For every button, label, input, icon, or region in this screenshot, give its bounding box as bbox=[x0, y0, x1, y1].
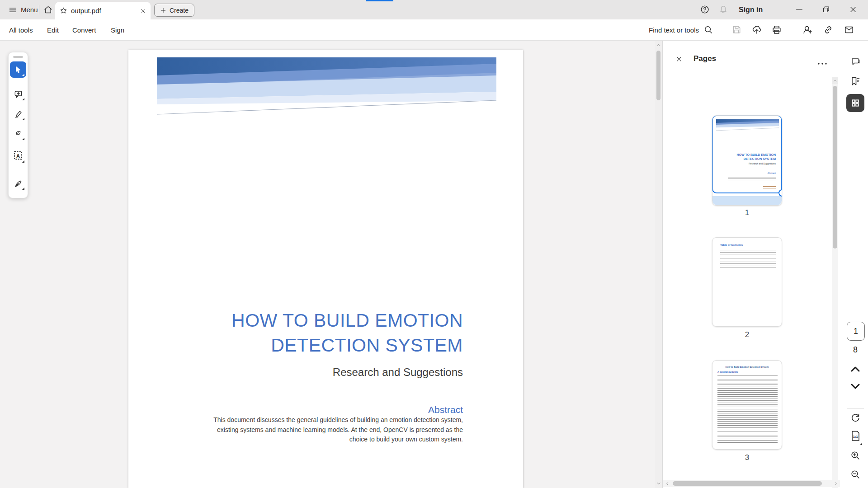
edit-menu[interactable]: Edit bbox=[47, 19, 59, 40]
find-text-button[interactable]: Find text or tools bbox=[649, 19, 713, 40]
chevron-right-icon bbox=[833, 481, 838, 486]
panel-h-scrollbar-thumb[interactable] bbox=[673, 481, 822, 486]
divider bbox=[39, 5, 39, 14]
search-icon bbox=[703, 25, 713, 35]
add-comment-tool-button[interactable] bbox=[10, 86, 26, 102]
panel-scroll-up[interactable] bbox=[832, 77, 838, 84]
print-icon bbox=[771, 24, 782, 35]
home-icon bbox=[43, 5, 53, 14]
window-restore-button[interactable] bbox=[821, 5, 831, 14]
bell-icon bbox=[718, 5, 728, 14]
scrollbar-thumb[interactable] bbox=[656, 51, 660, 100]
current-page-value: 1 bbox=[854, 327, 858, 336]
save-button[interactable] bbox=[731, 24, 742, 35]
thumbnail-2-label: 2 bbox=[712, 330, 782, 339]
fill-sign-tool-button[interactable] bbox=[10, 175, 26, 192]
email-button[interactable] bbox=[844, 24, 854, 35]
share-upload-icon bbox=[751, 24, 762, 35]
print-button[interactable] bbox=[771, 24, 782, 35]
help-button[interactable] bbox=[700, 5, 710, 14]
top-accent-bar bbox=[366, 0, 393, 1]
panel-options-button[interactable] bbox=[817, 59, 827, 67]
tab-title: output.pdf bbox=[71, 7, 136, 14]
page-thumbnail-2[interactable]: Table of Contents bbox=[712, 237, 782, 327]
panel-scrollbar-thumb[interactable] bbox=[833, 86, 837, 249]
zoom-out-button[interactable] bbox=[850, 469, 861, 480]
page-thumbnail-3[interactable]: How to Build Emotion Detection System A … bbox=[712, 360, 782, 450]
comments-panel-button[interactable] bbox=[850, 56, 861, 67]
document-page[interactable]: HOW TO BUILD EMOTION DETECTION SYSTEM Re… bbox=[128, 50, 523, 488]
tab-close-icon[interactable] bbox=[140, 8, 146, 14]
previous-page-button[interactable] bbox=[850, 365, 861, 375]
divider bbox=[795, 24, 795, 36]
panel-scrollbar[interactable] bbox=[832, 77, 838, 488]
window-minimize-button[interactable] bbox=[794, 5, 804, 14]
svg-text:1:1: 1:1 bbox=[853, 435, 858, 439]
zoom-out-icon bbox=[850, 469, 861, 480]
home-button[interactable] bbox=[43, 0, 53, 19]
convert-menu[interactable]: Convert bbox=[72, 19, 96, 40]
current-page-input[interactable]: 1 bbox=[847, 322, 865, 341]
link-icon bbox=[823, 24, 834, 35]
save-icon bbox=[731, 24, 742, 35]
actual-size-button[interactable]: 1:1 bbox=[850, 430, 861, 444]
zoom-in-button[interactable] bbox=[850, 450, 861, 461]
divider bbox=[724, 24, 724, 36]
selection-handle[interactable] bbox=[778, 189, 782, 197]
pen-nib-icon bbox=[14, 179, 23, 188]
select-tool-button[interactable] bbox=[10, 61, 26, 78]
quick-tools-panel: A bbox=[8, 52, 28, 198]
divider bbox=[847, 408, 864, 408]
document-scrollbar[interactable] bbox=[655, 41, 662, 488]
document-subtitle: Research and Suggestions bbox=[183, 366, 463, 379]
menu-label: Menu bbox=[21, 6, 38, 14]
plus-icon bbox=[160, 7, 166, 14]
get-link-button[interactable] bbox=[823, 24, 834, 35]
page-thumbnails-button[interactable] bbox=[846, 94, 864, 112]
request-signatures-button[interactable] bbox=[802, 24, 813, 35]
mini-page3-lines bbox=[717, 375, 778, 443]
create-button[interactable]: Create bbox=[154, 4, 194, 17]
share-button[interactable] bbox=[751, 24, 762, 35]
actual-size-icon: 1:1 bbox=[850, 430, 861, 442]
request-signature-icon bbox=[802, 24, 813, 35]
chevron-up-icon bbox=[850, 365, 861, 373]
total-pages-label: 8 bbox=[842, 345, 868, 355]
drag-handle[interactable] bbox=[13, 56, 23, 58]
highlight-tool-button[interactable] bbox=[10, 106, 26, 122]
select-text-tool-button[interactable]: A bbox=[10, 146, 26, 164]
sign-menu[interactable]: Sign bbox=[111, 19, 124, 40]
panel-scroll-left[interactable] bbox=[664, 480, 671, 487]
document-tab[interactable]: output.pdf bbox=[55, 2, 151, 19]
notifications-button[interactable] bbox=[718, 5, 728, 14]
thumbnail-3-label: 3 bbox=[712, 453, 782, 462]
all-tools-menu[interactable]: All tools bbox=[9, 19, 33, 40]
scroll-up-arrow[interactable] bbox=[655, 42, 662, 49]
right-rail: 1 8 1:1 bbox=[842, 41, 868, 488]
cursor-arrow-icon bbox=[14, 65, 23, 74]
chevron-up-icon bbox=[656, 42, 661, 48]
next-page-button[interactable] bbox=[850, 382, 861, 392]
bookmarks-icon bbox=[850, 76, 861, 87]
minimize-icon bbox=[794, 5, 804, 14]
page-thumbnail-1[interactable]: HOW TO BUILD EMOTION DETECTION SYSTEM Re… bbox=[712, 115, 782, 206]
scroll-down-arrow[interactable] bbox=[655, 480, 662, 487]
draw-tool-button[interactable] bbox=[10, 126, 26, 142]
bookmarks-panel-button[interactable] bbox=[850, 76, 861, 87]
window-close-icon bbox=[848, 5, 858, 14]
window-close-button[interactable] bbox=[848, 5, 858, 14]
close-icon bbox=[675, 56, 683, 63]
menu-button[interactable]: Menu bbox=[5, 0, 41, 19]
panel-scroll-right[interactable] bbox=[832, 480, 839, 487]
acrobat-window: Menu output.pdf Create bbox=[0, 0, 868, 488]
star-icon[interactable] bbox=[60, 7, 67, 14]
refresh-icon bbox=[850, 412, 861, 423]
close-panel-button[interactable] bbox=[675, 56, 683, 63]
sign-in-button[interactable]: Sign in bbox=[739, 0, 763, 19]
panel-horizontal-scrollbar[interactable] bbox=[663, 480, 840, 487]
page-thumbnails-icon bbox=[851, 99, 860, 108]
highlighter-icon bbox=[14, 109, 23, 119]
chevron-down-icon bbox=[850, 382, 861, 390]
abstract-heading: Abstract bbox=[183, 404, 463, 415]
refresh-view-button[interactable] bbox=[850, 412, 861, 423]
